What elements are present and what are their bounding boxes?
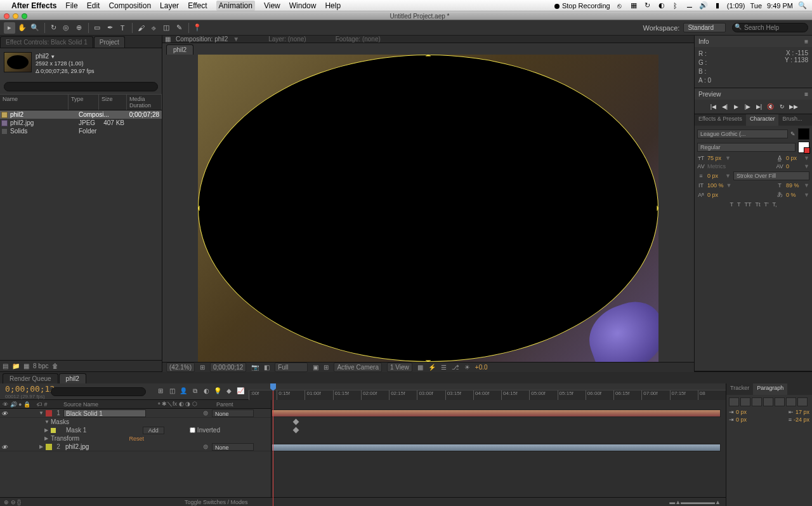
bpc-toggle[interactable]: 8 bpc (33, 363, 48, 370)
menu-edit[interactable]: Edit (87, 1, 100, 10)
col-type[interactable]: Type (69, 95, 99, 110)
col-source-name[interactable]: Source Name (61, 401, 157, 408)
interpret-icon[interactable]: ▤ (3, 363, 8, 370)
font-size-value[interactable]: 75 px (707, 155, 723, 161)
status-icon[interactable]: ⎋ (615, 2, 624, 10)
justify-last-left-button[interactable] (763, 397, 773, 406)
mask-vertex[interactable] (198, 206, 200, 211)
draft-3d-icon[interactable]: ◫ (167, 387, 176, 396)
fill-color-swatch[interactable] (798, 128, 809, 140)
superscript-button[interactable]: T′ (764, 201, 768, 208)
subscript-button[interactable]: T, (773, 201, 777, 208)
mask-inverted-checkbox[interactable] (190, 427, 195, 433)
minimize-icon[interactable] (13, 13, 18, 19)
transform-reset-button[interactable]: Reset (129, 436, 144, 442)
exposure-value[interactable]: +0.0 (475, 364, 488, 371)
tab-paragraph[interactable]: Paragraph (753, 383, 787, 395)
layer-bar[interactable] (272, 409, 721, 417)
roi-icon[interactable]: ▣ (313, 364, 318, 371)
comp-flowchart-icon[interactable]: ⎇ (452, 364, 459, 371)
zoom-tool[interactable]: 🔍 (29, 22, 41, 34)
mask-row[interactable]: ▶ Mask 1 Add Inverted (0, 426, 271, 434)
eyedropper-icon[interactable]: ✎ (790, 131, 796, 137)
close-icon[interactable] (4, 13, 10, 19)
layer-row[interactable]: 👁 ▼ 1 Black Solid 1 ⊚ None (0, 409, 271, 418)
mask-vertex[interactable] (426, 360, 431, 362)
mask-color-swatch[interactable] (51, 428, 56, 433)
layer-color-label[interactable] (46, 444, 52, 450)
frame-blend-icon[interactable]: ⧉ (190, 387, 199, 396)
project-search-input[interactable] (4, 82, 158, 91)
eraser-tool[interactable]: ◫ (160, 22, 172, 34)
grid-icon[interactable]: ⊞ (324, 364, 329, 371)
first-line-indent-value[interactable]: 0 px (736, 416, 747, 423)
status-icon[interactable]: ▦ (629, 1, 638, 10)
faux-bold-button[interactable]: T (730, 201, 733, 208)
motion-blur-icon[interactable]: ◐ (202, 387, 211, 396)
layer-dropdown[interactable]: Layer: (none) (268, 36, 306, 43)
justify-last-center-button[interactable] (775, 397, 785, 406)
layer-color-label[interactable] (46, 410, 52, 416)
video-toggle-icon[interactable]: 👁 (1, 410, 8, 416)
resolution-dropdown[interactable]: Full (275, 363, 308, 372)
layer-name[interactable]: Black Solid 1 (63, 409, 146, 417)
bluetooth-icon[interactable]: ᛒ (671, 2, 680, 10)
twirl-icon[interactable]: ▶ (44, 436, 51, 441)
project-row[interactable]: phil2 Composi... 0;00;07;28 (0, 110, 162, 119)
leading-value[interactable]: 0 px (786, 155, 801, 161)
mask-vertex[interactable] (657, 206, 658, 211)
panel-menu-icon[interactable]: ≡ (804, 38, 808, 45)
menu-view[interactable]: View (264, 1, 280, 10)
keyframe-icon[interactable] (293, 419, 299, 425)
exposure-reset-icon[interactable]: ☀ (464, 364, 470, 371)
indent-right-value[interactable]: 17 px (796, 409, 809, 415)
next-frame-button[interactable]: |▶ (743, 102, 752, 111)
tracking-value[interactable]: 0 (786, 163, 801, 170)
menu-window[interactable]: Window (289, 1, 317, 10)
loop-button[interactable]: ↻ (778, 102, 787, 111)
keyframe-icon[interactable] (293, 427, 299, 434)
tab-effect-controls[interactable]: Effect Controls: Black Solid 1 (0, 36, 93, 48)
twirl-icon[interactable]: ▶ (38, 444, 44, 449)
roto-tool[interactable]: ✎ (173, 22, 185, 34)
pen-tool[interactable]: ✒ (104, 22, 115, 34)
timeline-search-input[interactable] (51, 387, 146, 396)
faux-italic-button[interactable]: T (737, 201, 741, 208)
workspace-dropdown[interactable]: Standard (683, 23, 726, 32)
clock-time[interactable]: 9:49 PM (767, 2, 793, 10)
twirl-icon[interactable]: ▶ (44, 427, 51, 433)
type-tool[interactable]: T (117, 22, 128, 34)
spotlight-icon[interactable]: 🔍 (798, 1, 807, 10)
zoom-icon[interactable] (22, 13, 27, 19)
menu-layer[interactable]: Layer (160, 1, 179, 10)
stroke-width-value[interactable]: 0 px (707, 173, 723, 179)
anchor-tool[interactable]: ⊕ (73, 22, 84, 34)
stroke-color-swatch[interactable] (798, 142, 809, 153)
footage-dropdown[interactable]: Footage: (none) (336, 36, 381, 43)
resolution-icon[interactable]: ⊞ (200, 364, 205, 371)
clone-tool[interactable]: ⎆ (148, 22, 159, 34)
hand-tool[interactable]: ✋ (16, 22, 28, 34)
col-duration[interactable]: Media Duration (127, 95, 162, 110)
comp-tab[interactable]: phil2 (166, 44, 193, 55)
tsume-value[interactable]: 0 % (786, 192, 801, 198)
col-parent[interactable]: Parent (214, 401, 271, 408)
mask-vertex[interactable] (426, 55, 431, 57)
puppet-tool[interactable]: 📍 (192, 22, 203, 34)
tab-render-queue[interactable]: Render Queue (3, 373, 58, 383)
panel-menu-icon[interactable]: ≡ (804, 91, 808, 98)
tab-timeline-comp[interactable]: phil2 (59, 373, 86, 383)
menu-file[interactable]: File (65, 1, 77, 10)
project-row[interactable]: Solids Folder (0, 127, 162, 135)
last-frame-button[interactable]: ▶| (755, 102, 764, 111)
flowchart-icon[interactable]: ▦ (165, 36, 171, 43)
delete-icon[interactable]: 🗑 (52, 363, 58, 370)
tab-project[interactable]: Project (94, 36, 125, 48)
brush-tool[interactable]: 🖌 (135, 22, 147, 34)
tab-brushes[interactable]: Brush... (778, 114, 806, 126)
snapshot-icon[interactable]: 📷 (251, 364, 259, 371)
indent-left-value[interactable]: 0 px (736, 409, 747, 415)
prev-frame-button[interactable]: ◀| (721, 102, 730, 111)
col-name[interactable]: Name (0, 95, 69, 110)
sync-icon[interactable]: ↻ (643, 1, 652, 10)
